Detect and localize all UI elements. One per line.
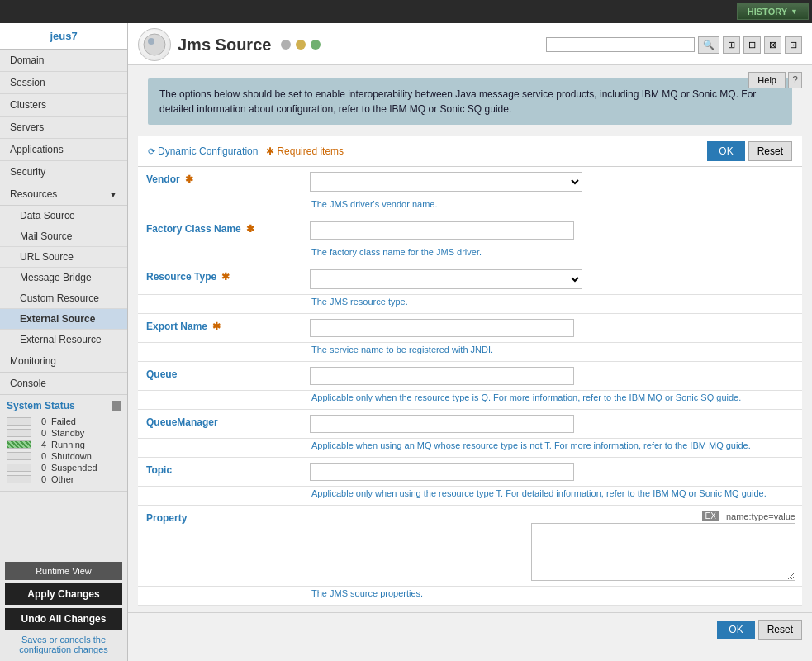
content-area: Jms Source 🔍 ⊞ ⊟ ⊠ ⊡ Help ? xyxy=(128,23,812,661)
property-textarea[interactable] xyxy=(531,523,795,581)
sidebar-item-external-source[interactable]: External Source xyxy=(0,309,127,330)
jms-icon xyxy=(143,33,166,56)
page-title-area: Jms Source xyxy=(138,28,321,61)
apply-changes-button[interactable]: Apply Changes xyxy=(5,583,122,605)
header-dots xyxy=(281,40,321,50)
svg-point-0 xyxy=(144,34,165,55)
reset-button-bottom[interactable]: Reset xyxy=(758,620,802,640)
sidebar-item-message-bridge[interactable]: Message Bridge xyxy=(0,268,127,288)
property-input-cell: EX name:type=value xyxy=(303,506,802,587)
sidebar-item-domain[interactable]: Domain xyxy=(0,50,127,72)
table-row: Property EX name:type=value xyxy=(138,506,802,587)
export-name-desc: The service name to be registered with J… xyxy=(303,343,802,362)
vendor-label: Vendor ✱ xyxy=(138,167,303,197)
topic-input[interactable] xyxy=(310,463,574,481)
reset-button-top[interactable]: Reset xyxy=(748,141,792,161)
info-text: The options below should be set to enabl… xyxy=(159,87,781,117)
topic-input-cell xyxy=(303,458,802,487)
form-section: Vendor ✱ The JMS driver's vendor name. F… xyxy=(138,167,802,606)
sidebar-item-url-source[interactable]: URL Source xyxy=(0,247,127,268)
help-icon[interactable]: ? xyxy=(788,72,802,88)
icon-btn-4[interactable]: ⊡ xyxy=(785,36,802,54)
export-name-input-cell xyxy=(303,314,802,343)
factory-class-input[interactable] xyxy=(310,221,574,240)
runtime-view-button[interactable]: Runtime View xyxy=(5,562,122,580)
status-row-suspended: 0 Suspended xyxy=(7,463,121,473)
main-layout: jeus7 Domain Session Clusters Servers Ap… xyxy=(0,23,812,661)
required-items: ✱ Required items xyxy=(266,145,344,157)
dot-yellow xyxy=(296,40,306,50)
sidebar-item-external-resource[interactable]: External Resource xyxy=(0,330,127,350)
table-row: Applicable when using an MQ whose resour… xyxy=(138,439,802,458)
dynamic-config[interactable]: ⟳ Dynamic Configuration xyxy=(148,145,258,157)
status-count-failed: 0 xyxy=(36,416,46,426)
vendor-required-star: ✱ xyxy=(185,174,193,185)
resource-type-select[interactable] xyxy=(310,269,582,289)
table-row: Topic xyxy=(138,458,802,487)
sidebar-item-custom-resource[interactable]: Custom Resource xyxy=(0,288,127,309)
search-input[interactable] xyxy=(546,37,695,52)
property-ex-icon[interactable]: EX xyxy=(702,511,719,521)
sidebar-item-security[interactable]: Security xyxy=(0,161,127,183)
export-name-required-star: ✱ xyxy=(212,321,221,332)
icon-btn-2[interactable]: ⊟ xyxy=(743,36,761,54)
status-count-shutdown: 0 xyxy=(36,451,46,461)
resources-label: Resources xyxy=(10,188,57,200)
history-button[interactable]: HISTORY xyxy=(737,3,809,20)
sidebar-item-servers[interactable]: Servers xyxy=(0,117,127,139)
factory-class-label: Factory Class Name ✱ xyxy=(138,216,303,245)
sidebar-item-data-source[interactable]: Data Source xyxy=(0,206,127,226)
export-name-input[interactable] xyxy=(310,319,574,337)
sidebar-item-mail-source[interactable]: Mail Source xyxy=(0,226,127,247)
action-bar-left: ⟳ Dynamic Configuration ✱ Required items xyxy=(148,145,344,157)
dynamic-config-icon: ⟳ xyxy=(148,146,155,157)
sidebar-item-clusters[interactable]: Clusters xyxy=(0,94,127,117)
factory-class-input-cell xyxy=(303,216,802,245)
property-hint: name:type=value xyxy=(726,511,795,521)
server-name: jeus7 xyxy=(0,23,127,50)
asterisk-icon: ✱ xyxy=(266,145,274,157)
action-bar-right: OK Reset xyxy=(707,141,792,161)
undo-changes-button[interactable]: Undo All Changes xyxy=(5,608,122,630)
vendor-desc: The JMS driver's vendor name. xyxy=(303,197,802,216)
queue-desc: Applicable only when the resource type i… xyxy=(303,391,802,410)
status-bar-standby xyxy=(7,429,31,437)
status-label-failed: Failed xyxy=(51,416,76,426)
action-bar: ⟳ Dynamic Configuration ✱ Required items… xyxy=(138,136,802,167)
help-btn-area: Help ? xyxy=(748,72,802,88)
ok-button-top[interactable]: OK xyxy=(707,141,744,161)
status-bar-shutdown xyxy=(7,452,31,460)
sidebar-item-session[interactable]: Session xyxy=(0,72,127,94)
resource-type-desc: The JMS resource type. xyxy=(303,295,802,314)
queue-input[interactable] xyxy=(310,367,574,385)
export-name-label: Export Name ✱ xyxy=(138,314,303,343)
status-bar-suspended xyxy=(7,464,31,472)
info-section: Help ? The options below should be set t… xyxy=(138,72,802,131)
sidebar-item-applications[interactable]: Applications xyxy=(0,139,127,161)
resources-header[interactable]: Resources ▼ xyxy=(0,183,127,206)
resources-arrow-icon: ▼ xyxy=(109,190,117,199)
icon-btn-1[interactable]: ⊞ xyxy=(723,36,740,54)
status-row-running: 4 Running xyxy=(7,440,121,449)
table-row: QueueManager xyxy=(138,410,802,439)
search-button[interactable]: 🔍 xyxy=(698,36,719,54)
sidebar-bottom: Runtime View Apply Changes Undo All Chan… xyxy=(0,557,127,661)
monitoring-header: Monitoring xyxy=(0,350,127,373)
system-status-toggle[interactable]: - xyxy=(112,401,121,411)
table-row: Applicable only when the resource type i… xyxy=(138,391,802,410)
status-label-standby: Standby xyxy=(51,428,84,438)
icon-btn-3[interactable]: ⊠ xyxy=(764,36,781,54)
svg-point-1 xyxy=(148,38,154,45)
vendor-select[interactable] xyxy=(310,172,582,192)
status-bar-failed xyxy=(7,417,31,426)
toolbar-right: 🔍 ⊞ ⊟ ⊠ ⊡ xyxy=(546,36,802,54)
dot-gray xyxy=(281,40,291,50)
property-desc: The JMS source properties. xyxy=(303,587,802,606)
help-button[interactable]: Help xyxy=(748,72,786,88)
topic-desc: Applicable only when using the resource … xyxy=(303,487,802,506)
saves-link[interactable]: Saves or cancels the configuration chang… xyxy=(5,633,122,656)
property-label: Property xyxy=(138,506,303,587)
ok-button-bottom[interactable]: OK xyxy=(717,621,754,639)
queue-manager-input[interactable] xyxy=(310,415,574,433)
form-table: Vendor ✱ The JMS driver's vendor name. F… xyxy=(138,167,802,606)
